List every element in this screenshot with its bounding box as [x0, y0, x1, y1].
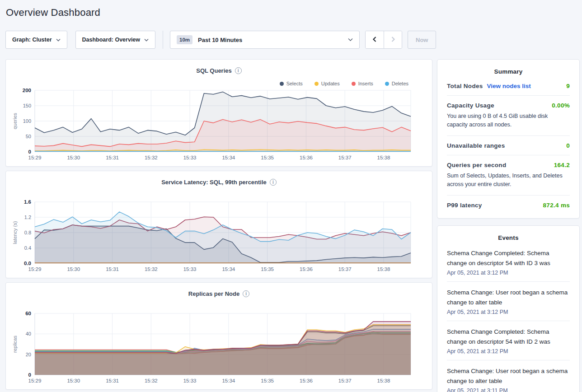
overview-dashboard-page: Overview Dashboard Graph: Cluster Dashbo… [0, 0, 582, 392]
svg-text:50: 50 [26, 134, 31, 139]
replicas-per-node-chart-plot[interactable]: 15:2915:3015:3115:3215:3315:3415:3515:36… [6, 301, 433, 387]
event-text: Schema Change Completed: Schema change o… [447, 248, 570, 268]
chart-title: Replicas per Node [6, 283, 432, 297]
svg-text:15:29: 15:29 [28, 266, 42, 272]
replicas-per-node-chart-card: Replicas per Node 15:2915:3015:3115:3215… [5, 282, 432, 390]
view-nodes-list-link[interactable]: View nodes list [487, 83, 531, 89]
sql-queries-chart-card: SQL Queries Selects Updates Inserts [5, 59, 432, 167]
svg-text:15:32: 15:32 [145, 155, 158, 160]
svg-text:150: 150 [23, 103, 31, 108]
svg-text:15:36: 15:36 [300, 266, 313, 272]
svg-text:15:35: 15:35 [261, 378, 274, 383]
chevron-right-icon [390, 36, 396, 44]
svg-text:0.8: 0.8 [24, 230, 31, 235]
svg-text:40: 40 [26, 331, 31, 336]
charts-column: SQL Queries Selects Updates Inserts [5, 59, 432, 392]
event-item[interactable]: Schema Change Completed: Schema change o… [447, 243, 570, 281]
graph-dropdown-label: Graph: Cluster [12, 37, 52, 43]
chevron-left-icon [372, 36, 377, 44]
info-icon[interactable] [270, 179, 277, 186]
svg-text:100: 100 [23, 118, 31, 124]
chart-title-text: Service Latency: SQL, 99th percentile [161, 179, 267, 186]
dashboard-dropdown[interactable]: Dashboard: Overview [75, 31, 156, 49]
svg-text:1.2: 1.2 [24, 215, 31, 220]
events-panel: Events Schema Change Completed: Schema c… [437, 225, 580, 392]
svg-text:0.0: 0.0 [24, 261, 31, 266]
svg-text:15:34: 15:34 [222, 155, 235, 160]
svg-text:15:33: 15:33 [183, 266, 197, 272]
svg-text:20: 20 [26, 352, 31, 357]
now-button[interactable]: Now [408, 31, 436, 49]
time-range-picker[interactable]: 10m Past 10 Minutes [170, 31, 360, 49]
svg-text:queries: queries [12, 112, 18, 129]
summary-row-capacity-usage: Capacity Usage 0.00% You are using 0 B o… [447, 96, 570, 136]
svg-text:15:34: 15:34 [222, 378, 235, 383]
svg-text:15:31: 15:31 [106, 155, 119, 160]
toolbar-divider [163, 31, 163, 49]
summary-title: Summary [447, 60, 570, 76]
summary-value: 9 [566, 83, 570, 89]
svg-text:15:38: 15:38 [377, 378, 390, 383]
chevron-down-icon [144, 38, 149, 42]
time-next-button[interactable] [384, 31, 402, 48]
sql-queries-chart-plot[interactable]: 15:2915:3015:3115:3215:3315:3415:3515:36… [6, 78, 433, 163]
svg-text:15:29: 15:29 [28, 155, 42, 160]
svg-text:15:32: 15:32 [145, 378, 158, 383]
time-prev-button[interactable] [366, 31, 384, 48]
summary-description: Sum of Selects, Updates, Inserts, and De… [447, 172, 570, 189]
events-title: Events [447, 226, 570, 243]
event-timestamp: Apr 05, 2021 at 3:12 PM [447, 270, 570, 276]
chart-title-text: SQL Queries [196, 67, 232, 74]
service-latency-chart-plot[interactable]: 15:2915:3015:3115:3215:3315:3415:3515:36… [6, 189, 433, 275]
summary-row-p99-latency: P99 latency 872.4 ms [447, 196, 570, 215]
event-item[interactable]: Schema Change: User root began a schema … [447, 360, 570, 392]
chart-title: SQL Queries [6, 60, 432, 74]
svg-text:200: 200 [23, 88, 31, 93]
svg-text:0: 0 [28, 372, 31, 378]
event-timestamp: Apr 05, 2021 at 3:12 PM [447, 309, 570, 315]
event-item[interactable]: Schema Change: User root began a schema … [447, 281, 570, 321]
page-title: Overview Dashboard [0, 0, 582, 19]
chevron-down-icon [56, 38, 61, 42]
svg-text:15:30: 15:30 [67, 378, 80, 383]
event-text: Schema Change Completed: Schema change o… [447, 327, 570, 347]
svg-text:15:35: 15:35 [261, 266, 274, 272]
summary-value: 872.4 ms [543, 202, 570, 209]
summary-description: You are using 0 B of 4.5 GiB usable disk… [447, 112, 570, 130]
summary-value: 0 [566, 142, 570, 149]
event-timestamp: Apr 05, 2021 at 3:11 PM [447, 387, 570, 392]
svg-text:latency (s): latency (s) [12, 221, 18, 244]
svg-text:1.6: 1.6 [24, 199, 31, 205]
svg-text:15:36: 15:36 [300, 155, 313, 160]
sidebar: Summary Total Nodes View nodes list 9 Ca… [437, 59, 580, 392]
svg-text:15:37: 15:37 [338, 378, 352, 383]
svg-text:15:38: 15:38 [377, 266, 390, 272]
main-content: SQL Queries Selects Updates Inserts [5, 59, 580, 392]
svg-text:0.4: 0.4 [24, 245, 31, 251]
summary-label: Queries per second [447, 162, 506, 168]
svg-text:15:31: 15:31 [106, 378, 119, 383]
svg-text:15:35: 15:35 [261, 155, 274, 160]
svg-text:15:34: 15:34 [222, 266, 235, 272]
summary-label: Capacity Usage [447, 102, 494, 109]
summary-label: Total Nodes [447, 83, 483, 89]
summary-row-unavailable-ranges: Unavailable ranges 0 [447, 136, 570, 155]
svg-text:15:37: 15:37 [338, 266, 352, 272]
summary-value: 0.00% [552, 102, 570, 109]
svg-text:15:30: 15:30 [67, 266, 80, 272]
svg-text:15:33: 15:33 [183, 378, 197, 383]
time-step-buttons [365, 31, 402, 49]
time-range-label: Past 10 Minutes [198, 37, 242, 43]
svg-text:15:30: 15:30 [67, 155, 80, 160]
event-item[interactable]: Schema Change Completed: Schema change o… [447, 321, 570, 360]
graph-dropdown[interactable]: Graph: Cluster [5, 31, 67, 49]
svg-text:60: 60 [25, 311, 31, 316]
summary-row-queries-per-second: Queries per second 164.2 Sum of Selects,… [447, 155, 570, 196]
info-icon[interactable] [243, 290, 249, 297]
summary-label: P99 latency [447, 202, 482, 209]
summary-label: Unavailable ranges [447, 142, 505, 149]
dashboard-dropdown-label: Dashboard: Overview [82, 37, 141, 43]
info-icon[interactable] [235, 67, 242, 74]
event-text: Schema Change: User root began a schema … [447, 366, 570, 386]
toolbar: Graph: Cluster Dashboard: Overview 10m P… [5, 31, 577, 49]
